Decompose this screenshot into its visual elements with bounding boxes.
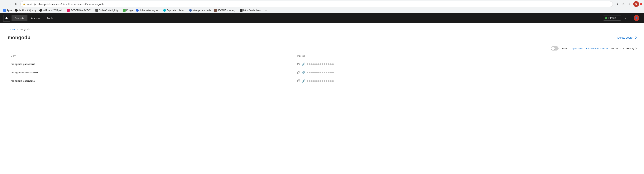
version-selector[interactable]: Version 4 xyxy=(611,47,623,50)
bookmark-json-formatter[interactable]: JSON Formatter,... xyxy=(213,9,238,12)
status-button[interactable]: Status ▼ xyxy=(603,16,621,20)
masked-value xyxy=(307,80,334,82)
value-cell: 🗍🔗 xyxy=(294,60,636,68)
version-chevron-icon xyxy=(622,48,624,49)
download-button[interactable]: ↓ xyxy=(627,2,632,6)
table-row: mongodb-password🗍🔗 xyxy=(8,60,636,68)
history-button[interactable]: History xyxy=(626,47,636,50)
bookmarks-more-button[interactable]: » xyxy=(264,9,268,12)
secrets-table: KEY VALUE mongodb-password🗍🔗mongodb-root… xyxy=(8,53,636,85)
url-text: vault.cjxd.sharepointoscar.com/ui/vault/… xyxy=(27,3,610,6)
bookmark-supported[interactable]: Supported platfor... xyxy=(162,9,188,12)
copy-value-icon[interactable]: 🗍 xyxy=(297,62,300,66)
user-profile-avatar[interactable]: 👤 xyxy=(634,15,640,21)
nav-access[interactable]: Access xyxy=(28,15,43,21)
json-toggle-group: JSON xyxy=(551,46,567,50)
table-row: mongodb-username🗍🔗 xyxy=(8,77,636,85)
nav-secrets[interactable]: Secrets xyxy=(12,15,28,21)
delete-secret-button[interactable]: Delete secret xyxy=(618,36,636,39)
toolbar-row: JSON Copy secret Create new version Vers… xyxy=(8,44,636,52)
breadcrumb: ‹ secret ‹ mongodb xyxy=(8,28,636,31)
address-bar[interactable]: 🔒 vault.cjxd.sharepointoscar.com/ui/vaul… xyxy=(20,1,613,7)
bookmark-konga[interactable]: Konga xyxy=(122,9,134,12)
bookmark-apps[interactable]: Apps xyxy=(2,9,13,12)
toggle-knob xyxy=(551,47,555,50)
breadcrumb-current: mongodb xyxy=(19,28,30,31)
reveal-value-icon[interactable]: 🔗 xyxy=(302,71,305,74)
bookmark-star-button[interactable]: ★ xyxy=(615,2,620,6)
reveal-value-icon[interactable]: 🔗 xyxy=(302,62,305,66)
notification-button[interactable] xyxy=(640,3,642,5)
reveal-value-icon[interactable]: 🔗 xyxy=(302,80,305,82)
bookmark-wip[interactable]: WIP: Add JX Pipeli... xyxy=(38,9,65,12)
history-chevron-icon xyxy=(635,48,637,49)
extensions-button[interactable]: ⚙ xyxy=(621,2,626,6)
header-nav: Secrets Access Tools xyxy=(12,15,603,21)
breadcrumb-separator: ‹ xyxy=(17,28,18,30)
breadcrumb-left-chevron: ‹ xyxy=(8,28,8,30)
value-cell: 🗍🔗 xyxy=(294,68,636,77)
status-label: Status xyxy=(608,16,616,20)
version-label: Version 4 xyxy=(611,47,621,50)
masked-value xyxy=(307,72,334,73)
copy-value-icon[interactable]: 🗍 xyxy=(297,80,300,82)
app-header: Secrets Access Tools Status ▼ ▭ 👤 xyxy=(0,13,644,23)
status-chevron-icon: ▼ xyxy=(617,17,619,19)
json-toggle-switch[interactable] xyxy=(551,46,558,50)
bookmark-slides[interactable]: SlidesCodeHighlig... xyxy=(94,9,121,12)
breadcrumb-parent-link[interactable]: secret xyxy=(9,28,16,31)
key-cell: mongodb-password xyxy=(8,60,294,68)
page-title-row: mongodb Delete secret xyxy=(8,34,636,40)
col-header-key: KEY xyxy=(8,53,294,60)
col-header-value: VALUE xyxy=(294,53,636,60)
forward-button[interactable]: → xyxy=(8,2,13,6)
bookmarks-bar: Apps Jenkins X Quality WIP: Add JX Pipel… xyxy=(0,8,644,13)
bookmark-code[interactable]: https://code.likea... xyxy=(238,9,264,12)
vault-logo[interactable] xyxy=(3,14,10,22)
reload-button[interactable]: ↻ xyxy=(14,2,18,6)
table-row: mongodb-root-password🗍🔗 xyxy=(8,68,636,77)
nav-tools[interactable]: Tools xyxy=(44,15,56,21)
display-options-button[interactable]: ▭ xyxy=(624,15,630,21)
lock-icon: 🔒 xyxy=(23,3,26,6)
json-toggle-label: JSON xyxy=(560,47,567,50)
copy-value-icon[interactable]: 🗍 xyxy=(297,71,300,74)
page-title: mongodb xyxy=(8,34,30,40)
bookmark-jenkins[interactable]: Jenkins X Quality xyxy=(14,9,38,12)
copy-secret-button[interactable]: Copy secret xyxy=(570,47,583,50)
bookmark-istio[interactable]: istiobyexample.de xyxy=(188,9,212,12)
bookmark-kubernetes[interactable]: Kubernetes ingres... xyxy=(134,9,161,12)
user-menu-button[interactable]: 👤 xyxy=(632,14,641,22)
header-right: Status ▼ ▭ 👤 xyxy=(603,14,641,22)
bookmark-svgomg[interactable]: SVGOMG – SVGO'... xyxy=(66,9,94,12)
vault-logo-triangle xyxy=(5,17,8,20)
value-cell: 🗍🔗 xyxy=(294,77,636,85)
create-new-version-button[interactable]: Create new version xyxy=(586,47,608,50)
user-avatar[interactable]: U xyxy=(633,1,639,7)
delete-chevron-icon xyxy=(634,36,636,38)
main-content: ‹ secret ‹ mongodb mongodb Delete secret… xyxy=(0,23,644,90)
key-cell: mongodb-root-password xyxy=(8,68,294,77)
key-cell: mongodb-username xyxy=(8,77,294,85)
back-button[interactable]: ← xyxy=(2,2,7,6)
status-dot xyxy=(605,17,607,19)
history-label: History xyxy=(626,47,634,50)
masked-value xyxy=(307,64,334,65)
